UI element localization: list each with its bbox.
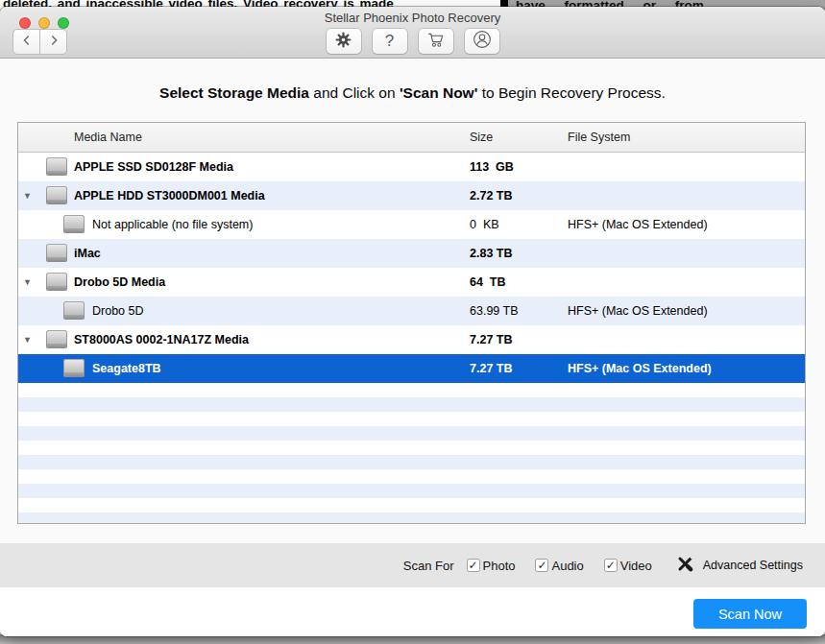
advanced-settings-button[interactable]: Advanced Settings (676, 555, 803, 576)
table-header: Media Name Size File System (18, 123, 805, 153)
size-cell: 63.99 TB (470, 304, 519, 318)
question-mark-icon: ? (385, 32, 394, 51)
scan-option: ✓Photo (467, 559, 516, 573)
nav-buttons (12, 29, 67, 55)
table-row[interactable]: Drobo 5D63.99 TBHFS+ (Mac OS Extended) (18, 297, 805, 325)
checkbox-label: Photo (483, 559, 516, 573)
drive-icon (46, 186, 67, 204)
disclosure-triangle-icon[interactable]: ▼ (23, 335, 32, 345)
drive-icon (63, 359, 85, 377)
page-title: Select Storage Media and Click on 'Scan … (0, 84, 825, 102)
chevron-right-icon (47, 34, 61, 51)
checkbox-label: Audio (551, 559, 583, 573)
drive-icon (46, 244, 67, 262)
table-rows: APPLE SSD SD0128F Media113 GB▼APPLE HDD … (18, 153, 805, 383)
footer-bar: Scan Now (0, 587, 825, 636)
scan-options-bar: Scan For ✓Photo✓Audio✓Video Advanced Set… (0, 543, 825, 587)
table-row[interactable]: iMac2.83 TB (18, 239, 805, 268)
media-name-cell: APPLE HDD ST3000DM001 Media (74, 189, 265, 203)
size-cell: 0 KB (470, 218, 499, 231)
column-size: Size (470, 131, 493, 144)
forward-button[interactable] (39, 29, 67, 55)
media-name-cell: APPLE SSD SD0128F Media (74, 160, 233, 174)
checkbox[interactable]: ✓ (535, 559, 548, 572)
chevron-left-icon (20, 34, 34, 51)
title-bar: Stellar Phoenix Photo Recovery (0, 7, 825, 59)
media-table: Media Name Size File System APPLE SSD SD… (17, 122, 806, 524)
media-name-cell: iMac (74, 247, 101, 260)
column-file-system: File System (568, 131, 630, 144)
disclosure-triangle-icon[interactable]: ▼ (23, 191, 32, 201)
drive-icon (46, 157, 67, 176)
size-cell: 113 GB (470, 160, 514, 174)
shopping-cart-icon (426, 31, 445, 52)
disclosure-triangle-icon[interactable]: ▼ (23, 277, 32, 287)
drive-icon (63, 301, 85, 320)
file-system-cell: HFS+ (Mac OS Extended) (568, 218, 708, 231)
scan-for-label: Scan For (403, 559, 454, 573)
table-row[interactable]: ▼Drobo 5D Media64 TB (18, 268, 805, 297)
checkbox-label: Video (620, 559, 652, 573)
table-row[interactable]: APPLE SSD SD0128F Media113 GB (18, 153, 805, 181)
back-button[interactable] (12, 29, 40, 55)
table-row[interactable]: ▼APPLE HDD ST3000DM001 Media2.72 TB (18, 181, 805, 210)
scan-now-button[interactable]: Scan Now (693, 599, 807, 629)
app-window: Stellar Phoenix Photo Recovery (0, 7, 825, 636)
size-cell: 7.27 TB (470, 333, 512, 346)
gear-icon (335, 32, 352, 52)
advanced-settings-label: Advanced Settings (703, 559, 803, 572)
empty-rows-stripes (18, 383, 805, 523)
checkbox[interactable]: ✓ (604, 559, 618, 572)
table-row[interactable]: Not applicable (no file system)0 KBHFS+ … (18, 210, 805, 239)
media-name-cell: Drobo 5D (92, 304, 144, 318)
file-system-cell: HFS+ (Mac OS Extended) (568, 304, 708, 318)
checkbox[interactable]: ✓ (467, 559, 480, 572)
tools-icon (676, 555, 694, 576)
table-row[interactable]: ▼ST8000AS 0002-1NA17Z Media7.27 TB (18, 325, 805, 354)
size-cell: 2.72 TB (470, 189, 512, 203)
purchase-button[interactable] (419, 29, 453, 54)
user-icon (473, 30, 492, 53)
media-name-cell: ST8000AS 0002-1NA17Z Media (74, 333, 249, 346)
toolbar: ? (327, 29, 499, 54)
window-title: Stellar Phoenix Photo Recovery (0, 11, 825, 25)
size-cell: 2.83 TB (470, 247, 512, 260)
media-name-cell: Seagate8TB (92, 362, 161, 375)
settings-button[interactable] (327, 29, 361, 54)
scan-option: ✓Audio (535, 559, 583, 573)
account-button[interactable] (465, 29, 499, 54)
scan-options: ✓Photo✓Audio✓Video (467, 559, 652, 573)
media-name-cell: Drobo 5D Media (74, 275, 165, 289)
column-media-name: Media Name (74, 131, 142, 144)
size-cell: 7.27 TB (470, 362, 512, 375)
table-row[interactable]: Seagate8TB7.27 TBHFS+ (Mac OS Extended) (18, 354, 805, 383)
file-system-cell: HFS+ (Mac OS Extended) (568, 362, 712, 375)
drive-icon (46, 330, 67, 348)
drive-icon (46, 273, 67, 291)
media-name-cell: Not applicable (no file system) (92, 218, 253, 231)
scan-option: ✓Video (604, 559, 652, 573)
size-cell: 64 TB (470, 275, 506, 289)
help-button[interactable]: ? (373, 29, 407, 54)
drive-icon (63, 215, 85, 233)
